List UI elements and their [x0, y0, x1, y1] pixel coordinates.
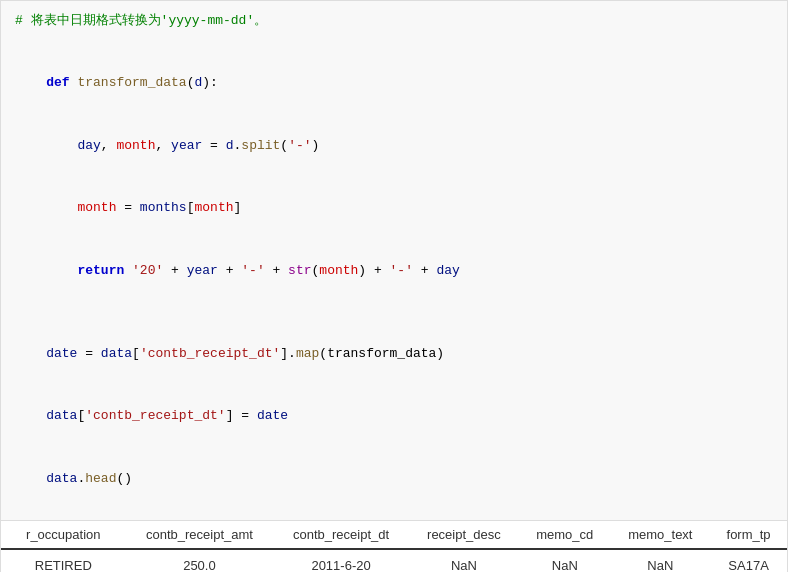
code-line1: def transform_data(d): — [15, 53, 773, 115]
cell-0-3: NaN — [409, 549, 519, 572]
col-receipt-desc: receipt_desc — [409, 521, 519, 549]
code-line8: data.head() — [15, 448, 773, 510]
cell-0-4: NaN — [519, 549, 610, 572]
col-memo-text: memo_text — [611, 521, 711, 549]
code-line7: data['contb_receipt_dt'] = date — [15, 385, 773, 447]
kw-def: def — [46, 75, 77, 90]
col-receipt-dt: contb_receipt_dt — [273, 521, 409, 549]
code-block: # 将表中日期格式转换为'yyyy-mm-dd'。 def transform_… — [0, 0, 788, 521]
code-line3: month = months[month] — [15, 177, 773, 239]
cell-0-5: NaN — [611, 549, 711, 572]
code-line6: date = data['contb_receipt_dt'].map(tran… — [15, 323, 773, 385]
col-form-tp: form_tp — [710, 521, 787, 549]
table-wrapper: r_occupation contb_receipt_amt contb_rec… — [0, 521, 788, 572]
code-line4: return '20' + year + '-' + str(month) + … — [15, 240, 773, 302]
col-memo-cd: memo_cd — [519, 521, 610, 549]
cell-0-1: 250.0 — [126, 549, 274, 572]
code-blank2 — [15, 302, 773, 323]
col-occupation: r_occupation — [1, 521, 126, 549]
col-receipt-amt: contb_receipt_amt — [126, 521, 274, 549]
table-row: RETIRED250.02011-6-20NaNNaNNaNSA17A — [1, 549, 787, 572]
data-table: r_occupation contb_receipt_amt contb_rec… — [1, 521, 787, 572]
cell-0-2: 2011-6-20 — [273, 549, 409, 572]
cell-0-0: RETIRED — [1, 549, 126, 572]
table-header-row: r_occupation contb_receipt_amt contb_rec… — [1, 521, 787, 549]
fn-name: transform_data — [77, 75, 186, 90]
code-comment: # 将表中日期格式转换为'yyyy-mm-dd'。 — [15, 11, 773, 32]
cell-0-6: SA17A — [710, 549, 787, 572]
code-blank — [15, 32, 773, 53]
code-line2: day, month, year = d.split('-') — [15, 115, 773, 177]
